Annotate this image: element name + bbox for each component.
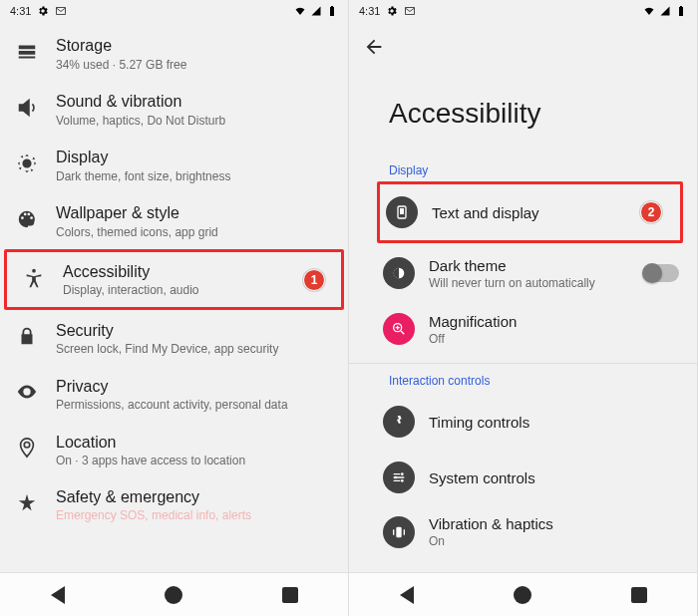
- section-display-label: Display: [349, 159, 697, 183]
- status-time: 4:31: [359, 5, 380, 17]
- row-sub: Permissions, account activity, personal …: [56, 398, 332, 412]
- header-row: [349, 22, 697, 64]
- sound-icon: [16, 97, 38, 123]
- row-title: Wallpaper & style: [56, 203, 332, 222]
- palette-icon: [16, 208, 38, 234]
- row-title: Text and display: [432, 204, 640, 221]
- row-sub: Screen lock, Find My Device, app securit…: [56, 342, 332, 356]
- svg-rect-8: [396, 526, 401, 537]
- gmail-icon: [55, 5, 67, 17]
- vibration-icon: [383, 516, 415, 548]
- callout-badge-1: 1: [303, 269, 325, 291]
- wifi-icon: [294, 5, 306, 17]
- row-sound[interactable]: Sound & vibration Volume, haptics, Do No…: [0, 82, 348, 138]
- row-display[interactable]: Display Dark theme, font size, brightnes…: [0, 138, 348, 193]
- row-vibration[interactable]: Vibration & haptics On: [349, 505, 697, 548]
- magnification-icon: [383, 313, 415, 345]
- nav-recent[interactable]: [628, 584, 650, 606]
- row-title: Display: [56, 148, 332, 166]
- row-timing[interactable]: Timing controls: [349, 394, 697, 450]
- row-sub: On: [429, 534, 679, 548]
- gmail-icon: [404, 5, 416, 17]
- row-magnification[interactable]: Magnification Off: [349, 301, 697, 357]
- phone-left: 4:31 Storage 34% used · 5.27 GB free: [0, 0, 349, 616]
- row-system[interactable]: System controls: [349, 450, 697, 505]
- nav-recent[interactable]: [279, 584, 301, 606]
- row-sub: On · 3 apps have access to location: [56, 454, 332, 467]
- brightness-icon: [16, 153, 38, 178]
- phone-right: 4:31 Accessibility Display Text and disp…: [349, 0, 698, 616]
- storage-icon: [16, 41, 38, 67]
- battery-icon: [675, 5, 687, 17]
- nav-home[interactable]: [512, 584, 533, 606]
- row-accessibility[interactable]: Accessibility Display, interaction, audi…: [4, 249, 344, 310]
- timing-icon: [383, 406, 415, 438]
- row-title: Magnification: [429, 313, 679, 330]
- row-sub: Display, interaction, audio: [63, 283, 297, 297]
- row-title: Privacy: [56, 377, 332, 396]
- status-bar: 4:31: [349, 0, 697, 22]
- row-title: Accessibility: [63, 262, 297, 281]
- back-button[interactable]: [363, 36, 385, 62]
- row-title: Storage: [56, 36, 332, 55]
- dark-theme-icon: [383, 257, 415, 289]
- row-sub: 34% used · 5.27 GB free: [56, 58, 332, 72]
- svg-point-6: [394, 476, 397, 479]
- status-bar: 4:31: [0, 0, 348, 22]
- text-display-icon: [386, 196, 418, 228]
- pin-icon: [16, 437, 38, 462]
- page-title: Accessibility: [349, 64, 697, 159]
- row-title: Timing controls: [429, 414, 679, 431]
- battery-icon: [326, 5, 338, 17]
- system-icon: [383, 462, 415, 493]
- svg-rect-2: [400, 208, 404, 214]
- row-text-display[interactable]: Text and display 2: [380, 184, 680, 240]
- row-safety[interactable]: Safety & emergency Emergency SOS, medica…: [0, 477, 348, 522]
- wifi-icon: [643, 5, 655, 17]
- row-title: Security: [56, 321, 332, 340]
- row-sub: Colors, themed icons, app grid: [56, 225, 332, 239]
- nav-back[interactable]: [47, 584, 69, 606]
- row-sub: Off: [429, 332, 679, 346]
- row-title: Safety & emergency: [56, 487, 332, 506]
- row-title: Sound & vibration: [56, 92, 332, 111]
- callout-badge-2: 2: [640, 201, 662, 223]
- lock-icon: [16, 325, 38, 351]
- dark-theme-toggle[interactable]: [643, 264, 679, 282]
- signal-icon: [659, 5, 671, 17]
- row-sub: Dark theme, font size, brightness: [56, 169, 332, 183]
- settings-list: Storage 34% used · 5.27 GB free Sound & …: [0, 22, 348, 522]
- callout-text-display: Text and display 2: [377, 181, 683, 243]
- status-time: 4:31: [10, 5, 31, 17]
- row-title: Dark theme: [429, 257, 643, 274]
- gear-icon: [386, 5, 398, 17]
- gear-icon: [37, 5, 49, 17]
- row-dark-theme[interactable]: Dark theme Will never turn on automatica…: [349, 245, 697, 301]
- row-security[interactable]: Security Screen lock, Find My Device, ap…: [0, 310, 348, 366]
- row-storage[interactable]: Storage 34% used · 5.27 GB free: [0, 26, 348, 82]
- accessibility-icon: [23, 267, 45, 293]
- eye-icon: [16, 381, 38, 407]
- emergency-icon: [16, 492, 38, 518]
- nav-bar: [349, 572, 697, 616]
- section-interaction-label: Interaction controls: [349, 370, 697, 394]
- divider: [349, 363, 697, 364]
- row-title: Location: [56, 433, 332, 452]
- svg-point-0: [32, 268, 36, 272]
- nav-back[interactable]: [396, 584, 418, 606]
- row-sub: Volume, haptics, Do Not Disturb: [56, 114, 332, 128]
- svg-point-7: [401, 479, 404, 482]
- row-privacy[interactable]: Privacy Permissions, account activity, p…: [0, 366, 348, 422]
- row-title: Vibration & haptics: [429, 515, 679, 532]
- row-sub: Emergency SOS, medical info, alerts: [56, 508, 332, 522]
- svg-point-5: [401, 472, 404, 475]
- row-title: System controls: [429, 469, 679, 486]
- row-sub: Will never turn on automatically: [429, 276, 643, 290]
- nav-bar: [0, 572, 348, 616]
- signal-icon: [310, 5, 322, 17]
- row-location[interactable]: Location On · 3 apps have access to loca…: [0, 422, 348, 477]
- row-wallpaper[interactable]: Wallpaper & style Colors, themed icons, …: [0, 193, 348, 249]
- nav-home[interactable]: [163, 584, 184, 606]
